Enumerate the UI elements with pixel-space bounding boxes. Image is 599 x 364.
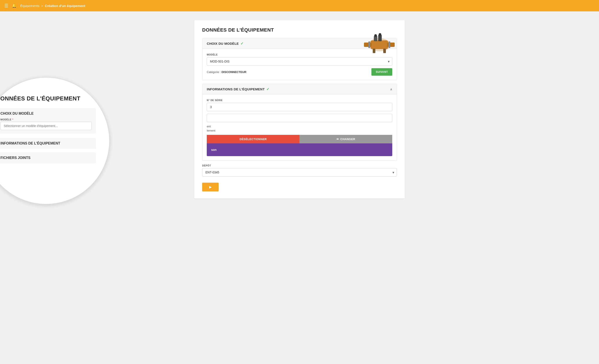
svg-rect-1 <box>370 40 388 49</box>
equipment-info-section: INFORMATIONS DE L'ÉQUIPEMENT ✓ ∧ N° DE S… <box>202 84 397 161</box>
zoom-overlay: DONNÉES DE L'ÉQUIPEMENT CHOIX DU MODÈLE … <box>0 77 110 204</box>
change-label: CHANGER <box>340 137 355 141</box>
info-chevron-icon: ∧ <box>390 88 392 91</box>
equipment-info-header[interactable]: INFORMATIONS DE L'ÉQUIPEMENT ✓ ∧ <box>202 84 397 94</box>
svg-rect-8 <box>373 49 375 53</box>
bell-icon[interactable]: 🔔 <box>12 3 17 8</box>
depot-row: DÉPÔT ENT-0345 <box>202 164 397 177</box>
category-row: Catégorie : DISCONNECTEUR SUIVANT <box>207 68 392 76</box>
bottom-button[interactable]: ▶ <box>202 183 219 191</box>
zoom-model-title: CHOIX DU MODÈLE <box>0 112 92 115</box>
menu-icon[interactable]: ☰ <box>4 3 8 8</box>
model-select-wrapper: MOD-501-DIS <box>207 57 392 66</box>
zoom-files-title: FICHIERS JOINTS <box>0 156 92 160</box>
breadcrumb: Équipements > Création d'un équipement <box>20 4 85 8</box>
equipment-image <box>362 27 397 62</box>
zoom-info-section: INFORMATIONS DE L'ÉQUIPEMENT <box>0 138 96 149</box>
zoom-title: DONNÉES DE L'ÉQUIPEMENT <box>0 95 96 102</box>
model-choice-title: CHOIX DU MODÈLE ✓ <box>207 41 244 46</box>
field4-hint: lement <box>207 129 392 132</box>
svg-rect-3 <box>387 43 395 47</box>
model-select[interactable]: MOD-501-DIS <box>207 57 392 66</box>
svg-rect-11 <box>388 41 390 48</box>
field2-input[interactable] <box>207 114 392 122</box>
purple-section: son <box>207 143 392 156</box>
svg-point-7 <box>379 33 381 36</box>
zoom-model-label: MODÈLE * <box>0 118 92 121</box>
breadcrumb-current: Création d'un équipement <box>45 4 85 8</box>
svg-rect-2 <box>364 43 372 47</box>
deselect-button[interactable]: DÉSÉLECTIONNER <box>207 135 300 143</box>
category-label: Catégorie : DISCONNECTEUR <box>207 70 247 74</box>
breadcrumb-separator: > <box>41 4 43 8</box>
depot-select[interactable]: ENT-0345 <box>202 168 397 177</box>
action-buttons: DÉSÉLECTIONNER ✏ CHANGER <box>207 135 392 143</box>
required-star: * <box>12 118 13 121</box>
svg-rect-10 <box>368 41 370 48</box>
zoom-overlay-inner: DONNÉES DE L'ÉQUIPEMENT CHOIX DU MODÈLE … <box>0 78 109 204</box>
depot-select-wrapper: ENT-0345 <box>202 168 397 177</box>
svg-rect-5 <box>378 35 382 41</box>
zoom-content: DONNÉES DE L'ÉQUIPEMENT CHOIX DU MODÈLE … <box>0 78 109 176</box>
equipment-card: DONNÉES DE L'ÉQUIPEMENT CHOIX DU MODÈLE … <box>194 20 405 198</box>
serial-input-group: N° DE SÉRIE <box>207 99 392 111</box>
model-check-icon: ✓ <box>240 41 243 46</box>
change-button[interactable]: ✏ CHANGER <box>300 135 392 143</box>
change-icon: ✏ <box>336 137 339 141</box>
zoom-model-input[interactable] <box>0 122 92 130</box>
main-content: DONNÉES DE L'ÉQUIPEMENT CHOIX DU MODÈLE … <box>0 11 599 207</box>
zoom-files-section: FICHIERS JOINTS <box>0 152 96 163</box>
header: ☰ 🔔 Équipements > Création d'un équipeme… <box>0 0 599 11</box>
zoom-info-title: INFORMATIONS DE L'ÉQUIPEMENT <box>0 142 92 145</box>
equipment-info-body: N° DE SÉRIE ent lement DÉSÉLECTIONNER ✏ … <box>202 94 397 160</box>
field2-group <box>207 114 392 122</box>
suivant-button[interactable]: SUIVANT <box>371 68 392 76</box>
zoom-model-section: CHOIX DU MODÈLE MODÈLE * <box>0 108 96 133</box>
serial-input[interactable] <box>207 103 392 111</box>
field3-hint: ent <box>207 125 392 128</box>
breadcrumb-parent[interactable]: Équipements <box>20 4 39 8</box>
category-value: DISCONNECTEUR <box>221 70 246 74</box>
purple-person-text: son <box>211 148 217 151</box>
svg-rect-9 <box>383 49 386 53</box>
depot-label: DÉPÔT <box>202 164 397 167</box>
svg-point-6 <box>374 34 377 37</box>
equipment-info-title: INFORMATIONS DE L'ÉQUIPEMENT ✓ <box>207 87 269 91</box>
info-check-icon: ✓ <box>266 87 269 91</box>
serial-label: N° DE SÉRIE <box>207 99 392 102</box>
